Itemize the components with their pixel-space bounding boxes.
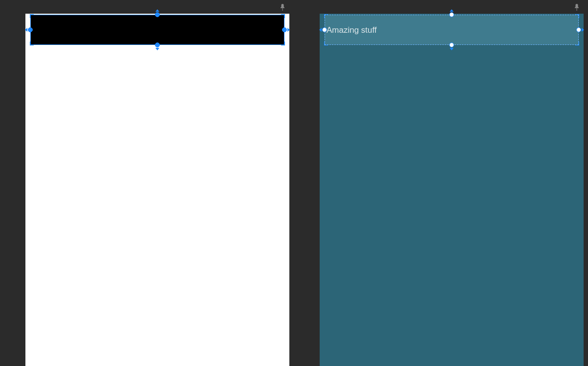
header-element-left[interactable]: [30, 15, 284, 45]
header-element-right[interactable]: Amazing stuff: [325, 15, 579, 45]
pushpin-icon[interactable]: [280, 4, 285, 11]
preview-pane-left: [0, 0, 294, 366]
preview-pane-right: Amazing stuff: [294, 0, 588, 366]
artboard-left[interactable]: [25, 14, 289, 366]
header-text-right: Amazing stuff: [327, 25, 377, 35]
pushpin-icon[interactable]: [574, 4, 579, 11]
artboard-right[interactable]: Amazing stuff: [320, 14, 584, 366]
